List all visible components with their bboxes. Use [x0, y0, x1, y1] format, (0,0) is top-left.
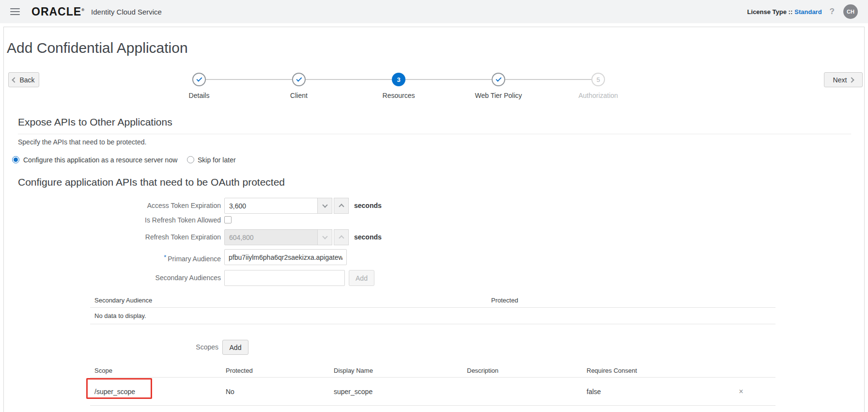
secondary-audiences-label: Secondary Audiences	[4, 270, 221, 286]
registered-mark: ®	[81, 8, 85, 12]
step-connector	[405, 79, 492, 80]
col-scope: Scope	[94, 364, 112, 378]
step-authorization-circle[interactable]: 5	[591, 73, 605, 86]
check-icon	[196, 76, 202, 82]
col-protected: Protected	[491, 293, 518, 308]
spinner-increment-button[interactable]	[334, 198, 349, 214]
oauth-heading: Configure application APIs that need to …	[18, 176, 285, 188]
access-token-expiration-input[interactable]	[224, 198, 318, 214]
help-icon[interactable]: ?	[830, 7, 835, 16]
top-bar: ORACLE® Identity Cloud Service License T…	[0, 0, 868, 23]
spinner-decrement-button[interactable]	[317, 198, 332, 214]
oracle-logo: ORACLE®	[31, 5, 85, 18]
refresh-token-expiration-group: seconds	[224, 229, 382, 245]
access-token-expiration-label: Access Token Expiration	[4, 198, 221, 214]
secondary-audiences-add-button[interactable]: Add	[349, 270, 374, 286]
spinner-decrement-button	[317, 229, 332, 245]
refresh-token-expiration-label: Refresh Token Expiration	[4, 229, 221, 245]
scopes-table: Scope Protected Display Name Description…	[90, 364, 775, 406]
step-web-tier-policy-circle[interactable]	[492, 73, 505, 86]
step-label-resources: Resources	[350, 92, 447, 99]
access-token-expiration-group: seconds	[224, 198, 382, 214]
table-header-row: Secondary Audience Protected	[90, 293, 775, 308]
chevron-right-icon	[849, 77, 854, 82]
step-label-client: Client	[250, 92, 347, 99]
step-details-circle[interactable]	[192, 73, 206, 86]
step-label-authorization: Authorization	[550, 92, 647, 99]
secondary-audience-table: Secondary Audience Protected No data to …	[90, 293, 775, 324]
chevron-down-icon	[322, 234, 327, 239]
step-connector	[505, 79, 591, 80]
license-value-link[interactable]: Standard	[794, 8, 822, 16]
step-label-web-tier-policy: Web Tier Policy	[450, 92, 547, 99]
radio-skip-label: Skip for later	[198, 156, 236, 164]
step-client-circle[interactable]	[292, 73, 306, 86]
primary-audience-label: *Primary Audience	[4, 249, 221, 265]
expose-apis-heading: Expose APIs to Other Applications	[18, 116, 172, 128]
seconds-unit-label: seconds	[354, 229, 382, 245]
step-connector	[206, 79, 292, 80]
section-divider	[18, 134, 851, 134]
back-button[interactable]: Back	[8, 72, 39, 87]
chevron-left-icon	[12, 77, 17, 82]
spinner-increment-button	[334, 229, 349, 245]
page-title: Add Confidential Application	[7, 40, 188, 56]
is-refresh-token-allowed-checkbox[interactable]	[224, 216, 232, 223]
is-refresh-token-allowed-label: Is Refresh Token Allowed	[4, 214, 221, 222]
primary-audience-input[interactable]	[224, 249, 347, 265]
no-data-text: No data to display.	[94, 308, 146, 324]
cell-requires-consent: false	[587, 378, 601, 406]
secondary-audiences-input[interactable]	[224, 270, 345, 286]
step-label-details: Details	[151, 92, 248, 99]
app-name: Identity Cloud Service	[91, 8, 162, 16]
check-icon	[296, 76, 302, 82]
scopes-label: Scopes	[4, 343, 218, 351]
radio-configure-resource-server[interactable]	[12, 156, 19, 163]
expose-apis-subtext: Specify the APIs that need to be protect…	[18, 138, 146, 146]
step-connector	[306, 79, 392, 80]
check-icon	[496, 76, 501, 82]
chevron-up-icon	[339, 204, 344, 209]
refresh-token-expiration-input	[224, 229, 318, 245]
col-description: Description	[467, 364, 498, 378]
table-header-row: Scope Protected Display Name Description…	[90, 364, 775, 378]
remove-scope-button[interactable]: ×	[734, 378, 748, 406]
radio-configure-label: Configure this application as a resource…	[23, 156, 177, 164]
col-requires-consent: Requires Consent	[587, 364, 637, 378]
chevron-up-icon	[339, 235, 344, 240]
seconds-unit-label: seconds	[354, 198, 382, 214]
scope-table-row: /super_scope No super_scope false ×	[90, 378, 775, 406]
col-secondary-audience: Secondary Audience	[94, 293, 152, 308]
empty-row: No data to display.	[90, 308, 775, 324]
content-card: Add Confidential Application Back Next 3…	[3, 27, 865, 412]
next-button[interactable]: Next	[824, 72, 863, 87]
col-display-name: Display Name	[334, 364, 373, 378]
chevron-down-icon	[322, 202, 327, 207]
cell-display-name: super_scope	[334, 378, 372, 406]
hamburger-menu-icon[interactable]	[10, 8, 20, 15]
col-protected: Protected	[226, 364, 253, 378]
scopes-add-button[interactable]: Add	[222, 340, 248, 355]
cell-scope: /super_scope	[94, 378, 135, 406]
avatar[interactable]: CH	[843, 4, 858, 19]
radio-skip-for-later[interactable]	[187, 156, 194, 163]
step-resources-circle[interactable]: 3	[392, 73, 405, 86]
license-type: License Type ::Standard	[747, 8, 822, 16]
required-asterisk: *	[164, 254, 166, 261]
cell-protected: No	[226, 378, 234, 406]
